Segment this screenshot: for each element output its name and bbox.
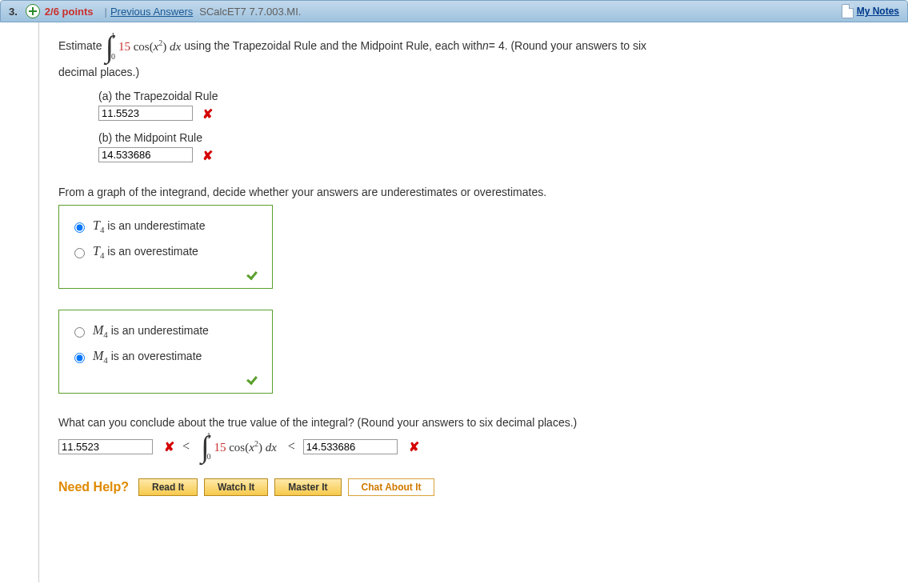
close-paren: ) [258,441,262,454]
t4-over-radio[interactable] [74,248,85,258]
wrong-icon: ✘ [164,439,174,454]
m-sym: M [93,323,103,337]
question-number: 3. [9,6,18,18]
var-x: x [249,441,254,454]
t4-group-correct [70,265,261,283]
dx: dx [170,40,181,53]
t4-under-radio[interactable] [74,222,85,233]
section2-prompt: From a graph of the integrand, decide wh… [58,186,894,198]
prompt-line2: decimal places.) [58,66,894,78]
left-gutter [0,22,39,582]
chat-about-it-button[interactable]: Chat About It [348,478,435,496]
need-help-row: Need Help? Read It Watch It Master It Ch… [58,478,894,496]
m4-under-text: is an underestimate [108,324,209,337]
m4-radio-group: M4 is an underestimate M4 is an overesti… [58,310,273,394]
wrong-icon: ✘ [409,439,419,454]
wrong-icon: ✘ [202,107,213,121]
question-prompt: Estimate ∫ 1 0 15 cos(x2) dx using the T… [58,32,894,61]
t-sym: T [93,218,100,232]
integrand: 15 cos(x2) dx [214,439,276,454]
prompt-tail1: using the Trapezoidal Rule and the Midpo… [184,38,482,54]
part-a-label: (a) the Trapezoidal Rule [98,90,894,102]
plus-icon[interactable] [26,4,40,18]
master-it-button[interactable]: Master It [274,478,341,496]
wrong-icon: ✘ [202,149,213,162]
t4-overestimate-option[interactable]: T4 is an overestimate [70,239,261,265]
upper-bound-input[interactable] [303,439,398,454]
read-it-button[interactable]: Read It [138,478,198,496]
points-text: 2/6 points [45,6,94,18]
section3-prompt: What can you conclude about the true val… [58,416,894,429]
part-b: (b) the Midpoint Rule ✘ [98,131,894,163]
m4-group-correct [70,370,261,388]
m4-under-radio[interactable] [74,327,85,338]
coefficient: 15 [214,441,226,454]
document-icon [842,4,854,18]
need-help-label: Need Help? [58,480,129,494]
less-than-1: < [182,439,190,454]
m4-over-text: is an overestimate [108,350,202,362]
check-icon [246,373,261,384]
previous-answers-link[interactable]: Previous Answers [110,6,193,18]
estimate-word: Estimate [58,38,102,54]
conclusion-row: ✘ < ∫ 1 0 15 cos(x2) dx < ✘ [58,432,894,461]
t4-under-text: is an underestimate [104,219,205,232]
cos-open: cos( [134,40,154,53]
integral-symbol: ∫ [201,434,209,458]
close-paren: ) [162,40,166,53]
part-a-input[interactable] [98,106,193,121]
watch-it-button[interactable]: Watch It [204,478,268,496]
m-sym: M [93,349,103,362]
integral-expression: ∫ 1 0 15 cos(x2) dx [105,32,181,61]
coefficient: 15 [118,40,130,53]
t4-underestimate-option[interactable]: T4 is an underestimate [70,214,261,239]
integral-expression-2: ∫ 1 0 15 cos(x2) dx [201,432,277,461]
part-a: (a) the Trapezoidal Rule ✘ [98,90,894,122]
m4-underestimate-option[interactable]: M4 is an underestimate [70,318,261,344]
question-header: 3. 2/6 points | Previous Answers SCalcET… [0,0,908,22]
m4-overestimate-option[interactable]: M4 is an overestimate [70,344,261,370]
part-b-input[interactable] [98,147,193,162]
integrand: 15 cos(x2) dx [118,38,181,55]
n-var: n [482,38,489,54]
integral-symbol: ∫ [105,34,113,58]
check-icon [246,268,261,279]
cos-open: cos( [229,441,249,454]
t-sym: T [93,244,100,258]
lower-bound-input[interactable] [58,439,153,454]
t4-radio-group: T4 is an underestimate T4 is an overesti… [58,205,273,289]
t4-over-text: is an overestimate [104,245,198,258]
part-b-label: (b) the Midpoint Rule [98,131,894,144]
divider: | [105,6,107,18]
n-eq: = 4. (Round your answers to six [489,38,646,54]
less-than-2: < [288,439,295,454]
problem-id: SCalcET7 7.7.003.MI. [199,6,301,18]
m4-over-radio[interactable] [74,353,85,363]
my-notes-link[interactable]: My Notes [857,6,899,17]
dx: dx [266,441,277,454]
